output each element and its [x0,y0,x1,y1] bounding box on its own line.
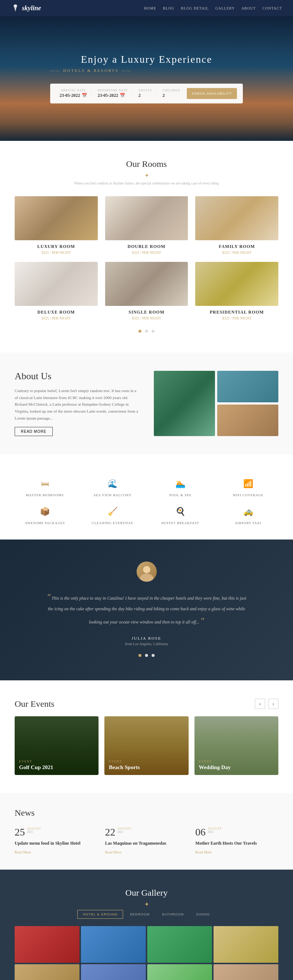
news-date-2: 06 AUGUST 2021 [195,827,278,837]
amenity-cleaning: 🧹 CLEANING EVERYDAY [82,504,143,525]
amenities-section: 🛏 MASTER BEDROOMS 🌊 SEA VIEW BALCONY 🏊 P… [0,454,293,539]
gallery-tab-hotel[interactable]: HOTEL & GROUND [77,910,123,919]
room-card-single: SINGLE ROOM $325 / PER NIGHT [105,262,188,320]
t-dot-1[interactable] [138,654,141,657]
events-nav-arrows: ‹ › [255,699,278,709]
event-card-beach[interactable]: EVENT Beach Sports [105,716,188,775]
event-cat-beach: EVENT [109,760,140,763]
adults-label: ADULTS [138,89,152,92]
calendar-icon: 📅 [82,93,87,98]
room-name-presidential: PRESIDENTIAL ROOM [195,310,278,315]
nav-blog-detail[interactable]: Blog Detail [181,6,209,10]
events-next-button[interactable]: › [268,699,278,709]
about-title: About Us [15,371,139,382]
event-info-wedding: EVENT Wedding Day [199,760,231,771]
amenity-pool-spa: 🏊 POOL & SPA [150,476,211,497]
events-section: Our Events ‹ › EVENT Golf Cup 2021 EVENT… [0,680,293,793]
t-dot-3[interactable] [152,654,155,657]
rooms-title: Our Rooms [15,159,278,169]
open-quote: " [47,592,51,601]
news-item-2: 06 AUGUST 2021 Mother Earth Hosts Our Tr… [195,827,278,855]
amenity-label-7: AIRPORT TAXI [235,521,261,525]
room-price-presidential: $325 / PER NIGHT [195,316,278,320]
about-image-2 [217,371,278,402]
amenity-label-4: AWESOME PACKAGES [25,521,65,525]
rooms-section: Our Rooms ✦ When you feel comfort at Sky… [0,141,293,352]
amenity-label-5: CLEANING EVERYDAY [92,521,133,525]
gallery-img-2 [81,926,146,963]
news-link-2[interactable]: Read More [195,850,212,854]
amenity-breakfast: 🍳 BUFFET BREAKFAST [150,504,211,525]
amenity-label-3: WIFI COVERAGE [233,493,264,497]
gallery-img-4 [214,926,278,963]
room-name-luxury: LUXURY ROOM [15,244,98,250]
gallery-tab-bathroom[interactable]: BATHROOM [157,910,189,919]
news-month-0: AUGUST [27,827,41,830]
nav-gallery[interactable]: Gallery [215,6,235,10]
event-name-golf: Golf Cup 2021 [19,764,53,771]
gallery-tab-dining[interactable]: DINING [191,910,216,919]
news-headline-0: Update menu food in Skyline Hotel [15,840,98,846]
event-cat-golf: EVENT [19,760,53,763]
children-field: CHILDREN 2 [159,89,184,98]
dot-3[interactable] [152,330,155,332]
testimonial-quote: " This is the only place to stay in Cata… [44,589,249,628]
news-item-0: 25 AUGUST 2021 Update menu food in Skyli… [15,827,98,855]
hero-title: Enjoy a Luxury Experience [50,54,243,65]
dot-2[interactable] [145,330,148,332]
news-date-0: 25 AUGUST 2021 [15,827,98,837]
nav-blog[interactable]: Blog [163,6,174,10]
news-title: News [15,808,278,818]
t-dot-2[interactable] [145,654,148,657]
amenities-grid: 🛏 MASTER BEDROOMS 🌊 SEA VIEW BALCONY 🏊 P… [15,476,278,525]
nav-home[interactable]: Home [144,6,156,10]
event-name-beach: Beach Sports [109,764,140,771]
gallery-img-7 [147,964,212,980]
amenity-master-bedrooms: 🛏 MASTER BEDROOMS [15,476,75,497]
navigation: skyline Home Blog Blog Detail Gallery Ab… [0,0,293,16]
room-image-double [105,196,188,240]
check-availability-button[interactable]: CHECK AVAILABILITY [187,88,237,99]
rooms-grid: LUXURY ROOM $325 / PER NIGHT DOUBLE ROOM… [15,196,278,320]
gallery-img-1 [15,926,79,963]
logo[interactable]: skyline [11,4,41,13]
news-day-1: 22 [105,827,116,837]
gallery-tab-bedroom[interactable]: BEDROOM [125,910,155,919]
room-image-single [105,262,188,306]
packages-icon: 📦 [38,504,52,519]
news-link-0[interactable]: Read More [15,850,31,854]
nav-contact[interactable]: Contact [263,6,282,10]
about-section: About Us Contrary to popular belief, Lor… [0,352,293,454]
adults-field: ADULTS 2 [135,89,156,98]
testimonial-location: from Los Angeles, California [15,642,278,646]
room-price-double: $325 / PER NIGHT [105,250,188,255]
amenity-airport-taxi: 🚕 AIRPORT TAXI [218,504,278,525]
master-bedrooms-icon: 🛏 [38,476,52,491]
news-day-0: 25 [15,827,25,837]
calendar-icon-2: 📅 [120,93,125,98]
testimonial-dots [15,652,278,659]
amenity-packages: 📦 AWESOME PACKAGES [15,504,75,525]
room-price-luxury: $325 / PER NIGHT [15,250,98,255]
about-images [154,371,278,436]
room-price-family: $325 / PER NIGHT [195,250,278,255]
room-price-deluxe: $325 / PER NIGHT [15,316,98,320]
news-month-1: AUGUST [117,827,131,830]
airport-taxi-icon: 🚕 [241,504,256,519]
events-prev-button[interactable]: ‹ [255,699,265,709]
amenity-label-0: MASTER BEDROOMS [26,493,64,497]
news-link-1[interactable]: Read More [105,850,122,854]
svg-point-0 [15,5,16,6]
room-card-presidential: PRESIDENTIAL ROOM $325 / PER NIGHT [195,262,278,320]
pool-spa-icon: 🏊 [173,476,188,491]
dot-1[interactable] [138,330,141,332]
event-card-golf[interactable]: EVENT Golf Cup 2021 [15,716,98,775]
gallery-img-6 [81,964,146,980]
nav-about[interactable]: About [241,6,256,10]
gallery-tabs: HOTEL & GROUND BEDROOM BATHROOM DINING [15,910,278,919]
event-name-wedding: Wedding Day [199,764,231,771]
read-more-button[interactable]: READ MORE [15,427,53,436]
event-card-wedding[interactable]: EVENT Wedding Day [195,716,278,775]
nav-links: Home Blog Blog Detail Gallery About Cont… [144,6,282,10]
about-body: Contrary to popular belief, Lorem Isn't … [15,387,139,422]
